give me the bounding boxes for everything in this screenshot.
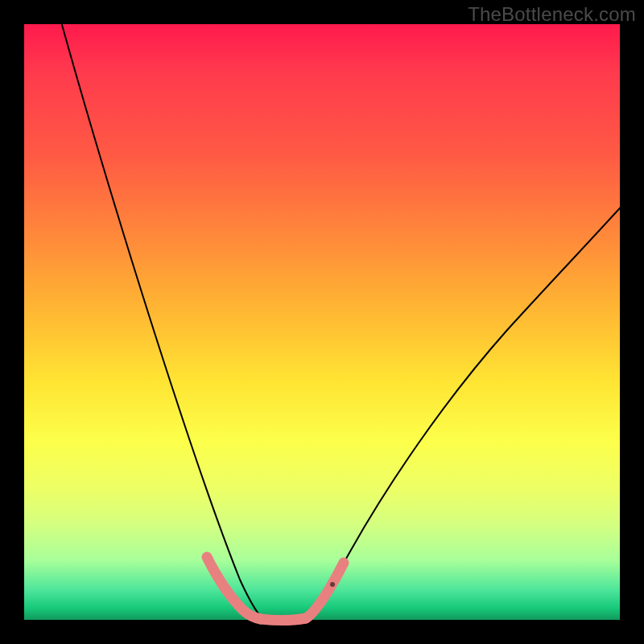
chart-svg <box>24 24 620 620</box>
watermark-text: TheBottleneck.com <box>468 3 636 26</box>
marker-floor-cluster <box>261 618 306 620</box>
marker-tiny-dot <box>330 582 335 587</box>
curve-right <box>306 204 623 616</box>
marker-right-cluster <box>306 563 344 618</box>
outer-frame: TheBottleneck.com <box>0 0 644 644</box>
plot-area <box>24 24 620 620</box>
curve-left <box>60 16 260 616</box>
